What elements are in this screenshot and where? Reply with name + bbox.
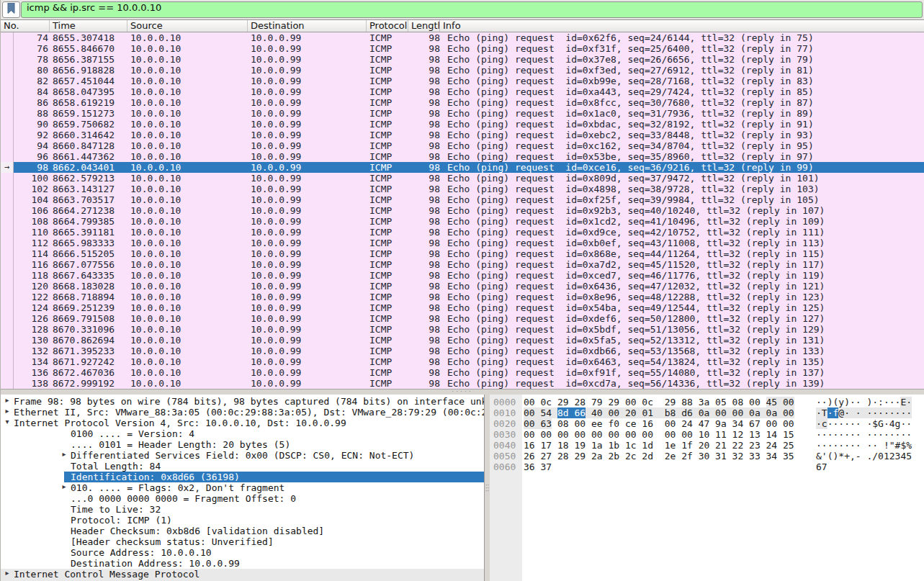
packet-row[interactable]: 1328671.39523310.0.0.1010.0.0.99ICMP98Ec… — [1, 346, 924, 356]
packet-row[interactable]: 1268669.79150810.0.0.1010.0.0.99ICMP98Ec… — [1, 313, 924, 324]
expand-arrow-icon[interactable]: ▸ — [1, 396, 14, 407]
column-header-source[interactable]: Source — [127, 20, 248, 32]
detail-row[interactable]: ▸Ethernet II, Src: VMware_88:3a:05 (00:0… — [1, 407, 484, 418]
packet-row[interactable]: 1228668.71889410.0.0.1010.0.0.99ICMP98Ec… — [1, 292, 924, 302]
filter-bookmark-button[interactable] — [2, 1, 20, 18]
vertical-splitter[interactable]: ······ — [485, 395, 490, 581]
expand-arrow-icon[interactable]: ▸ — [1, 407, 14, 418]
packet-row[interactable]: 1208668.18302810.0.0.1010.0.0.99ICMP98Ec… — [1, 281, 924, 292]
packet-row[interactable]: 968661.44736210.0.0.1010.0.0.99ICMP98Ech… — [1, 151, 924, 162]
related-packet-marker — [1, 140, 14, 151]
packet-row[interactable]: 1388672.99919210.0.0.1010.0.0.99ICMP98Ec… — [1, 378, 924, 389]
packet-row[interactable]: 1108665.39118110.0.0.1010.0.0.99ICMP98Ec… — [1, 227, 924, 238]
packet-row[interactable]: 948660.84712810.0.0.1010.0.0.99ICMP98Ech… — [1, 140, 924, 151]
packet-row[interactable]: 868658.61921910.0.0.1010.0.0.99ICMP98Ech… — [1, 97, 924, 108]
column-header-time[interactable]: Time — [50, 20, 127, 32]
cell-length: 98 — [408, 184, 440, 194]
ascii-segment: ······ ·$G·4g·· — [827, 418, 912, 429]
column-header-protocol[interactable]: Protocol — [367, 20, 408, 32]
display-filter-input[interactable]: icmp && ip.src == 10.0.0.10 — [21, 1, 923, 18]
hex-offset: 0020 — [490, 418, 516, 429]
cell-destination: 10.0.0.99 — [248, 162, 367, 173]
packet-row[interactable]: 1128665.98333310.0.0.1010.0.0.99ICMP98Ec… — [1, 238, 924, 248]
packet-row[interactable]: 1048663.70351710.0.0.1010.0.0.99ICMP98Ec… — [1, 194, 924, 205]
detail-row[interactable]: ▾Internet Protocol Version 4, Src: 10.0.… — [1, 418, 484, 428]
packet-row[interactable]: 1168667.07755610.0.0.1010.0.0.99ICMP98Ec… — [1, 259, 924, 270]
cell-destination: 10.0.0.99 — [248, 324, 367, 335]
cell-no: 116 — [14, 259, 50, 270]
cell-no: 112 — [14, 238, 50, 248]
packet-row[interactable]: 1148666.51520510.0.0.1010.0.0.99ICMP98Ec… — [1, 248, 924, 259]
detail-row[interactable]: ▸Frame 98: 98 bytes on wire (784 bits), … — [1, 396, 484, 407]
cell-time: 8663.143127 — [50, 184, 127, 194]
packet-row[interactable]: 828657.45104410.0.0.1010.0.0.99ICMP98Ech… — [1, 76, 924, 86]
detail-row[interactable]: Header Checksum: 0xb8d6 [validation disa… — [1, 526, 484, 536]
horizontal-splitter[interactable]: ····· — [1, 389, 924, 395]
expand-arrow-icon[interactable]: ▸ — [1, 569, 14, 577]
detail-text: Frame 98: 98 bytes on wire (784 bits), 9… — [14, 396, 484, 407]
packet-row[interactable]: →988662.04340110.0.0.1010.0.0.99ICMP98Ec… — [1, 162, 924, 173]
detail-row[interactable]: Destination Address: 10.0.0.99 — [1, 558, 484, 569]
detail-row[interactable]: ...0 0000 0000 0000 = Fragment Offset: 0 — [1, 493, 484, 504]
cell-length: 98 — [408, 302, 440, 313]
packet-details-pane[interactable]: ▸Frame 98: 98 bytes on wire (784 bits), … — [1, 395, 485, 581]
packet-row[interactable]: 1008662.57921310.0.0.1010.0.0.99ICMP98Ec… — [1, 173, 924, 184]
detail-row[interactable]: [Header checksum status: Unverified] — [1, 536, 484, 547]
column-header-length[interactable]: Length — [408, 20, 440, 32]
ascii-bytes: 67 — [816, 461, 827, 472]
packet-row[interactable]: 1028663.14312710.0.0.1010.0.0.99ICMP98Ec… — [1, 184, 924, 194]
ascii-segment: @· · ········ — [838, 407, 912, 418]
detail-row[interactable]: Protocol: ICMP (1) — [1, 515, 484, 526]
hex-row[interactable]: 003000 00 00 00 00 00 00 00 00 00 10 11 … — [490, 429, 924, 440]
hex-row[interactable]: 006036 3767 — [490, 461, 924, 472]
packet-row[interactable]: 1348671.92724210.0.0.1010.0.0.99ICMP98Ec… — [1, 356, 924, 367]
detail-row[interactable]: 0100 .... = Version: 4 — [1, 428, 484, 439]
packet-list[interactable]: 748655.30741810.0.0.1010.0.0.99ICMP98Ech… — [1, 32, 924, 389]
cell-protocol: ICMP — [367, 205, 408, 216]
packet-row[interactable]: 848658.04739510.0.0.1010.0.0.99ICMP98Ech… — [1, 86, 924, 97]
expand-arrow-icon[interactable]: ▸ — [58, 482, 71, 493]
detail-row[interactable]: Total Length: 84 — [1, 461, 484, 472]
detail-row[interactable]: .... 0101 = Header Length: 20 bytes (5) — [1, 439, 484, 450]
packet-row[interactable]: 1068664.27123810.0.0.1010.0.0.99ICMP98Ec… — [1, 205, 924, 216]
packet-row[interactable]: 1368672.46703610.0.0.1010.0.0.99ICMP98Ec… — [1, 367, 924, 378]
packet-row[interactable]: 808656.91882810.0.0.1010.0.0.99ICMP98Ech… — [1, 65, 924, 76]
packet-row[interactable]: 1088664.79938510.0.0.1010.0.0.99ICMP98Ec… — [1, 216, 924, 227]
cell-source: 10.0.0.10 — [127, 43, 248, 54]
column-header-info[interactable]: Info — [440, 20, 924, 32]
detail-row[interactable]: ▸Internet Control Message Protocol — [1, 569, 484, 581]
hex-row[interactable]: 004016 17 18 19 1a 1b 1c 1d 1e 1f 20 21 … — [490, 440, 924, 451]
detail-text: Differentiated Services Field: 0x00 (DSC… — [71, 450, 414, 461]
packet-row[interactable]: 908659.75068210.0.0.1010.0.0.99ICMP98Ech… — [1, 119, 924, 130]
packet-row[interactable]: 1188667.64333510.0.0.1010.0.0.99ICMP98Ec… — [1, 270, 924, 281]
cell-info: Echo (ping) request id=0x5bdf, seq=51/13… — [440, 324, 924, 335]
cell-destination: 10.0.0.99 — [248, 356, 367, 367]
detail-text: ...0 0000 0000 0000 = Fragment Offset: 0 — [71, 493, 296, 504]
column-header-no[interactable]: No. — [1, 20, 50, 32]
packet-row[interactable]: 1308670.86269410.0.0.1010.0.0.99ICMP98Ec… — [1, 335, 924, 346]
packet-row[interactable]: 888659.15127310.0.0.1010.0.0.99ICMP98Ech… — [1, 108, 924, 119]
detail-text: Destination Address: 10.0.0.99 — [71, 558, 240, 569]
packet-row[interactable]: 788656.38715510.0.0.1010.0.0.99ICMP98Ech… — [1, 54, 924, 65]
cell-no: 130 — [14, 335, 50, 346]
hex-row[interactable]: 000000 0c 29 28 79 29 00 0c 29 88 3a 05 … — [490, 397, 924, 407]
packet-row[interactable]: 748655.30741810.0.0.1010.0.0.99ICMP98Ech… — [1, 32, 924, 43]
cell-info: Echo (ping) request id=0x92b3, seq=40/10… — [440, 205, 924, 216]
packet-row[interactable]: 928660.31464210.0.0.1010.0.0.99ICMP98Ech… — [1, 130, 924, 140]
detail-row[interactable]: Identification: 0x8d66 (36198) — [1, 472, 484, 482]
hex-row[interactable]: 005026 27 28 29 2a 2b 2c 2d 2e 2f 30 31 … — [490, 451, 924, 461]
collapse-arrow-icon[interactable]: ▾ — [1, 418, 14, 428]
detail-row[interactable]: ▸Differentiated Services Field: 0x00 (DS… — [1, 450, 484, 461]
cell-destination: 10.0.0.99 — [248, 248, 367, 259]
expand-arrow-icon[interactable]: ▸ — [58, 450, 71, 461]
packet-bytes-pane[interactable]: 000000 0c 29 28 79 29 00 0c 29 88 3a 05 … — [490, 395, 924, 581]
detail-row[interactable]: Time to Live: 32 — [1, 504, 484, 515]
hex-row[interactable]: 002000 63 08 00 ee f0 ce 16 00 24 47 9a … — [490, 418, 924, 429]
packet-row[interactable]: 1248669.25123910.0.0.1010.0.0.99ICMP98Ec… — [1, 302, 924, 313]
hex-row[interactable]: 001000 54 8d 66 40 00 20 01 b8 d6 0a 00 … — [490, 407, 924, 418]
packet-row[interactable]: 1288670.33109610.0.0.1010.0.0.99ICMP98Ec… — [1, 324, 924, 335]
detail-row[interactable]: ▸010. .... = Flags: 0x2, Don't fragment — [1, 482, 484, 493]
column-header-destination[interactable]: Destination — [248, 20, 367, 32]
packet-row[interactable]: 768655.84667010.0.0.1010.0.0.99ICMP98Ech… — [1, 43, 924, 54]
detail-row[interactable]: Source Address: 10.0.0.10 — [1, 547, 484, 558]
